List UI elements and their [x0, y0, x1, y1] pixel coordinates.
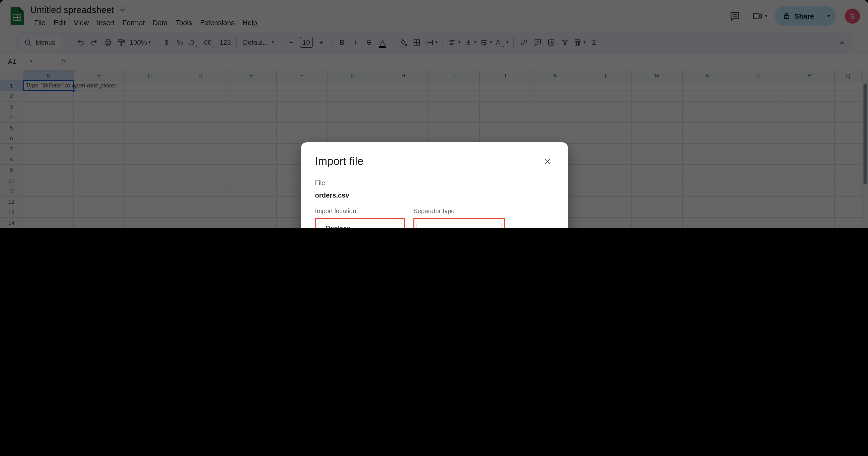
filename: orders.csv	[315, 192, 554, 199]
file-label: File	[315, 179, 554, 187]
dialog-title: Import file	[315, 155, 364, 168]
annotation-box-separator-type: Detect automatically ▾	[413, 218, 505, 228]
close-icon[interactable]	[541, 155, 554, 168]
separator-type-field: Separator type Detect automatically ▾	[413, 208, 505, 228]
annotation-box-import-location: Replace spreadsheet ▾	[315, 218, 405, 228]
separator-type-select[interactable]: Detect automatically ▾	[416, 221, 502, 228]
screen: Untitled spreadsheet ☆ FileEditViewInser…	[0, 0, 868, 228]
separator-type-label: Separator type	[413, 208, 505, 215]
google-sheets-window: Untitled spreadsheet ☆ FileEditViewInser…	[0, 0, 868, 228]
import-location-select[interactable]: Replace spreadsheet ▾	[318, 221, 402, 228]
import-location-label: Import location	[315, 208, 405, 215]
import-location-field: Import location Replace spreadsheet ▾	[315, 208, 405, 228]
import-file-dialog: Import file File orders.csv Import locat…	[301, 142, 568, 228]
